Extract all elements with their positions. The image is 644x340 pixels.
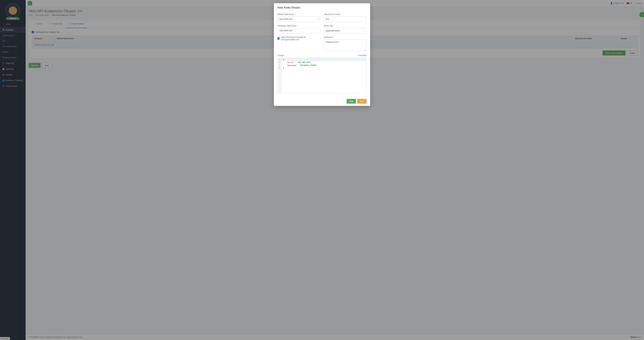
http-input[interactable] <box>324 16 366 22</box>
checkbox-checked-icon[interactable]: ✓ <box>278 37 280 40</box>
lbl-content: İçerik Tipi * <box>324 24 366 27</box>
desc-textarea[interactable] <box>324 39 366 51</box>
format-link[interactable]: Formatla <box>358 54 366 56</box>
modal-footer: Ekle İptal <box>274 96 370 106</box>
modal-add-button[interactable]: Ekle <box>347 99 356 104</box>
modal-body: Mirket Hata Kodu * GW-ERR-003 ▾ Gateway … <box>274 12 370 96</box>
lbl-answer: Cevap * <box>278 54 285 56</box>
modal-cancel-button[interactable]: İptal <box>357 99 366 104</box>
lbl-desc: Açıklama * <box>324 36 366 38</box>
gateway-input[interactable] <box>278 28 320 33</box>
mirket-select[interactable]: GW-ERR-003 <box>278 16 320 22</box>
code-content[interactable]: { "error": "GW-ERR-003", "message": "NET… <box>282 58 366 93</box>
modal-overlay[interactable]: Hata Kodu Oluştur Mirket Hata Kodu * GW-… <box>0 0 644 340</box>
modal-header: Hata Kodu Oluştur <box>274 3 370 12</box>
lbl-gateway: Gateway Hata Kodu * <box>278 24 320 27</box>
code-editor[interactable]: 1234 { "error": "GW-ERR-003", "message":… <box>278 58 366 94</box>
modal-title: Hata Kodu Oluştur <box>278 6 366 9</box>
content-select[interactable]: application/json <box>324 28 366 33</box>
lbl-http: Http Durum Kodu * <box>324 13 366 16</box>
code-gutter: 1234 <box>278 58 282 93</box>
lbl-mirket: Mirket Hata Kodu * <box>278 13 320 16</box>
modal: Hata Kodu Oluştur Mirket Hata Kodu * GW-… <box>274 3 370 106</box>
convertible-checkbox-row[interactable]: ✓ Hata dönüşümü özelliği ile dönüştürüle… <box>278 36 320 41</box>
